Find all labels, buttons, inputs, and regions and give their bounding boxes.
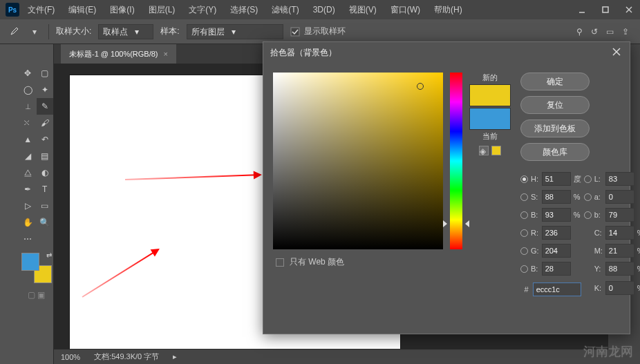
l-radio[interactable] (584, 175, 592, 183)
hex-label: # (525, 285, 529, 294)
window-maximize-button[interactable] (594, 1, 617, 18)
tool-gradient[interactable]: ▤ (37, 148, 54, 164)
dialog-titlebar[interactable]: 拾色器（背景色） (263, 42, 630, 63)
window-close-button[interactable] (618, 1, 640, 18)
tool-blur[interactable]: ⧋ (19, 164, 37, 181)
bval-radio[interactable] (520, 211, 528, 219)
tool-shape[interactable]: ▭ (37, 198, 54, 214)
menu-file[interactable]: 文件(F) (22, 1, 60, 19)
tab-title: 未标题-1 @ 100%(RGB/8) (69, 49, 158, 59)
menu-select[interactable]: 选择(S) (225, 1, 263, 19)
tool-move[interactable]: ✥ (19, 65, 37, 82)
panel-strip-left (0, 44, 19, 364)
ok-button[interactable]: 确定 (520, 73, 590, 90)
g-input[interactable] (542, 244, 571, 258)
c-input[interactable] (605, 226, 634, 240)
tool-eyedropper[interactable]: ✎ (37, 98, 54, 115)
share-icon[interactable]: ⇪ (622, 27, 629, 37)
add-swatch-button[interactable]: 添加到色板 (520, 119, 590, 137)
toolbox: ✥▢ ◯✦ ⟂✎ ⛌🖌 ▲↶ ◢▤ ⧋◐ ✒T ▷▭ ✋🔍 ⋯ ⇄ ▢ ▣ (19, 44, 54, 364)
tool-edit-toolbar[interactable]: ⋯ (19, 231, 37, 247)
menu-3d[interactable]: 3D(D) (308, 2, 341, 17)
sample-size-select[interactable]: 取样点 ▾ (98, 24, 153, 39)
svg-rect-1 (603, 7, 608, 12)
rgbb-radio[interactable] (520, 265, 528, 273)
menu-filter[interactable]: 滤镜(T) (266, 1, 304, 19)
tool-stamp[interactable]: ▲ (19, 131, 37, 148)
tool-zoom[interactable]: 🔍 (37, 214, 54, 231)
window-minimize-button[interactable] (571, 1, 593, 18)
history-icon[interactable]: ↺ (591, 27, 598, 37)
menu-edit[interactable]: 编辑(E) (63, 1, 102, 19)
tool-pen[interactable]: ✒ (19, 181, 37, 198)
zoom-level[interactable]: 100% (61, 353, 80, 361)
new-label: 新的 (482, 73, 498, 83)
annotation-arrow-1 (125, 174, 256, 180)
web-only-checkbox[interactable]: 只有 Web 颜色 (273, 256, 511, 268)
document-tab[interactable]: 未标题-1 @ 100%(RGB/8) × (61, 44, 176, 64)
rgbb-input[interactable] (542, 262, 571, 276)
tool-lasso[interactable]: ◯ (19, 82, 37, 98)
menu-text[interactable]: 文字(Y) (183, 1, 222, 19)
tab-close-icon[interactable]: × (164, 50, 168, 58)
current-color-preview[interactable] (469, 108, 511, 130)
sample-size-label: 取样大小: (56, 26, 91, 37)
menu-layer[interactable]: 图层(L) (143, 1, 181, 19)
h-radio[interactable] (520, 175, 528, 183)
g-radio[interactable] (520, 247, 528, 255)
menu-window[interactable]: 窗口(W) (385, 1, 426, 19)
search-icon[interactable]: ⚲ (576, 27, 583, 37)
new-color-preview (469, 84, 511, 106)
tool-type[interactable]: T (37, 181, 54, 198)
tool-path-select[interactable]: ▷ (19, 198, 37, 214)
s-input[interactable] (542, 190, 571, 204)
web-safe-icon[interactable] (491, 146, 501, 155)
m-input[interactable] (605, 244, 634, 258)
color-picker-dialog: 拾色器（背景色） 新的 当前 ◈ (263, 41, 630, 334)
menu-help[interactable]: 帮助(H) (429, 1, 468, 19)
tool-dodge[interactable]: ◐ (37, 164, 54, 181)
menu-view[interactable]: 视图(V) (343, 1, 382, 19)
show-ring-checkbox[interactable]: 显示取样环 (290, 26, 346, 37)
color-libraries-button[interactable]: 颜色库 (520, 143, 590, 161)
foreground-swatch[interactable] (21, 253, 39, 271)
watermark: 河南龙网 (583, 343, 633, 360)
labb-input[interactable] (605, 208, 634, 222)
bval-input[interactable] (542, 208, 571, 222)
hex-input[interactable] (533, 282, 581, 296)
saturation-field[interactable] (273, 73, 443, 249)
hue-slider[interactable] (450, 73, 462, 249)
cube-icon[interactable]: ◈ (479, 146, 489, 155)
layout-icon[interactable]: ▭ (606, 27, 614, 37)
tool-marquee[interactable]: ▢ (37, 65, 54, 82)
menu-image[interactable]: 图像(I) (104, 1, 140, 19)
a-radio[interactable] (584, 193, 592, 201)
y-input[interactable] (605, 262, 634, 276)
color-swatches[interactable]: ⇄ (21, 253, 52, 283)
tool-heal[interactable]: ⛌ (19, 115, 37, 131)
document-info: 文档:549.3K/0 字节 (94, 352, 159, 362)
labb-radio[interactable] (584, 211, 592, 219)
swap-colors-icon[interactable]: ⇄ (46, 251, 52, 259)
svg-rect-4 (291, 28, 299, 36)
chevron-down-icon[interactable]: ▾ (28, 25, 41, 39)
tool-crop[interactable]: ⟂ (19, 98, 37, 115)
reset-button[interactable]: 复位 (520, 96, 590, 114)
r-input[interactable] (542, 226, 571, 240)
tool-eraser[interactable]: ◢ (19, 148, 37, 164)
r-radio[interactable] (520, 229, 528, 237)
k-input[interactable] (605, 281, 634, 295)
chevron-right-icon[interactable]: ▸ (173, 352, 177, 361)
l-input[interactable] (605, 172, 634, 186)
eyedropper-icon (7, 25, 21, 39)
h-input[interactable] (542, 172, 571, 186)
screen-mode[interactable]: ▢ ▣ (28, 290, 45, 300)
a-input[interactable] (605, 190, 634, 204)
dialog-close-button[interactable] (612, 47, 623, 58)
tool-history-brush[interactable]: ↶ (37, 131, 54, 148)
tool-wand[interactable]: ✦ (37, 82, 54, 98)
s-radio[interactable] (520, 193, 528, 201)
sample-select[interactable]: 所有图层 ▾ (187, 24, 283, 39)
tool-brush[interactable]: 🖌 (37, 115, 54, 131)
tool-hand[interactable]: ✋ (19, 214, 37, 231)
